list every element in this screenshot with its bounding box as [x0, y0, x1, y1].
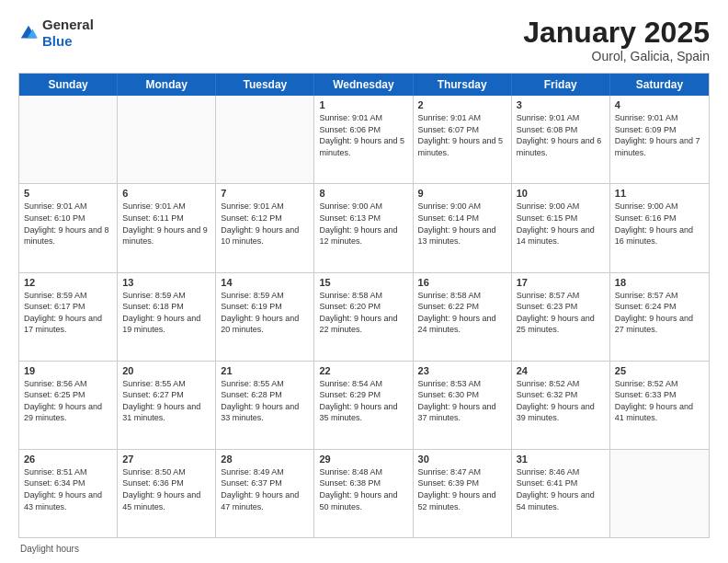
calendar-body: 1Sunrise: 9:01 AM Sunset: 6:06 PM Daylig…: [19, 96, 709, 537]
cell-info: Sunrise: 9:01 AM Sunset: 6:08 PM Dayligh…: [517, 112, 605, 158]
day-number: 5: [24, 188, 112, 199]
logo: General Blue: [18, 17, 94, 50]
cell-info: Sunrise: 8:52 AM Sunset: 6:32 PM Dayligh…: [517, 378, 605, 424]
weekday-header: Friday: [512, 74, 610, 96]
cell-info: Sunrise: 8:51 AM Sunset: 6:34 PM Dayligh…: [24, 466, 112, 512]
cell-info: Sunrise: 8:59 AM Sunset: 6:19 PM Dayligh…: [221, 290, 309, 336]
cell-info: Sunrise: 9:01 AM Sunset: 6:09 PM Dayligh…: [615, 112, 704, 158]
cell-info: Sunrise: 8:47 AM Sunset: 6:39 PM Dayligh…: [418, 466, 506, 512]
day-number: 8: [319, 188, 407, 199]
calendar-cell: 19Sunrise: 8:56 AM Sunset: 6:25 PM Dayli…: [19, 362, 118, 449]
cell-info: Sunrise: 9:01 AM Sunset: 6:07 PM Dayligh…: [418, 112, 506, 158]
calendar-cell: 16Sunrise: 8:58 AM Sunset: 6:22 PM Dayli…: [414, 273, 512, 361]
day-number: 26: [24, 454, 112, 465]
weekday-header: Tuesday: [216, 74, 314, 96]
calendar-cell: 4Sunrise: 9:01 AM Sunset: 6:09 PM Daylig…: [610, 96, 709, 183]
calendar-cell: 9Sunrise: 9:00 AM Sunset: 6:14 PM Daylig…: [414, 184, 512, 271]
day-number: 27: [122, 454, 210, 465]
day-number: 10: [517, 188, 605, 199]
calendar-cell: [216, 96, 314, 183]
calendar-cell: 27Sunrise: 8:50 AM Sunset: 6:36 PM Dayli…: [118, 450, 216, 537]
month-title: January 2025: [523, 17, 710, 49]
calendar-cell: 13Sunrise: 8:59 AM Sunset: 6:18 PM Dayli…: [118, 273, 216, 361]
day-number: 12: [24, 277, 112, 288]
day-number: 20: [122, 365, 210, 376]
calendar-row: 26Sunrise: 8:51 AM Sunset: 6:34 PM Dayli…: [19, 449, 709, 537]
calendar-cell: 22Sunrise: 8:54 AM Sunset: 6:29 PM Dayli…: [314, 362, 413, 449]
cell-info: Sunrise: 9:00 AM Sunset: 6:16 PM Dayligh…: [615, 201, 704, 247]
calendar-cell: 3Sunrise: 9:01 AM Sunset: 6:08 PM Daylig…: [512, 96, 610, 183]
calendar-row: 12Sunrise: 8:59 AM Sunset: 6:17 PM Dayli…: [19, 272, 709, 361]
logo-blue: Blue: [42, 33, 94, 50]
logo-general: General: [42, 17, 94, 33]
cell-info: Sunrise: 9:01 AM Sunset: 6:12 PM Dayligh…: [221, 201, 309, 247]
day-number: 13: [122, 277, 210, 288]
calendar-cell: 10Sunrise: 9:00 AM Sunset: 6:15 PM Dayli…: [512, 184, 610, 271]
cell-info: Sunrise: 9:00 AM Sunset: 6:14 PM Dayligh…: [418, 201, 506, 247]
calendar-cell: 21Sunrise: 8:55 AM Sunset: 6:28 PM Dayli…: [216, 362, 314, 449]
calendar-cell: 28Sunrise: 8:49 AM Sunset: 6:37 PM Dayli…: [216, 450, 314, 537]
calendar-cell: 6Sunrise: 9:01 AM Sunset: 6:11 PM Daylig…: [118, 184, 216, 271]
calendar-row: 1Sunrise: 9:01 AM Sunset: 6:06 PM Daylig…: [19, 96, 709, 183]
day-number: 28: [221, 454, 309, 465]
calendar-cell: 5Sunrise: 9:01 AM Sunset: 6:10 PM Daylig…: [19, 184, 118, 271]
calendar-cell: 30Sunrise: 8:47 AM Sunset: 6:39 PM Dayli…: [414, 450, 512, 537]
calendar-cell: [118, 96, 216, 183]
logo-icon: [18, 23, 39, 43]
cell-info: Sunrise: 8:55 AM Sunset: 6:27 PM Dayligh…: [122, 378, 210, 424]
title-block: January 2025 Ourol, Galicia, Spain: [523, 17, 710, 63]
calendar-cell: 26Sunrise: 8:51 AM Sunset: 6:34 PM Dayli…: [19, 450, 118, 537]
page: General Blue January 2025 Ourol, Galicia…: [0, 0, 728, 563]
calendar-cell: 1Sunrise: 9:01 AM Sunset: 6:06 PM Daylig…: [314, 96, 413, 183]
day-number: 22: [319, 365, 407, 376]
cell-info: Sunrise: 8:59 AM Sunset: 6:17 PM Dayligh…: [24, 290, 112, 336]
cell-info: Sunrise: 8:55 AM Sunset: 6:28 PM Dayligh…: [221, 378, 309, 424]
day-number: 16: [418, 277, 506, 288]
day-number: 24: [517, 365, 605, 376]
cell-info: Sunrise: 8:56 AM Sunset: 6:25 PM Dayligh…: [24, 378, 112, 424]
day-number: 19: [24, 365, 112, 376]
day-number: 17: [517, 277, 605, 288]
day-number: 9: [418, 188, 506, 199]
calendar-cell: [19, 96, 118, 183]
cell-info: Sunrise: 8:48 AM Sunset: 6:38 PM Dayligh…: [319, 466, 407, 512]
calendar-cell: 11Sunrise: 9:00 AM Sunset: 6:16 PM Dayli…: [610, 184, 709, 271]
cell-info: Sunrise: 8:49 AM Sunset: 6:37 PM Dayligh…: [221, 466, 309, 512]
weekday-header: Thursday: [414, 74, 512, 96]
weekday-header: Monday: [118, 74, 216, 96]
day-number: 7: [221, 188, 309, 199]
cell-info: Sunrise: 8:57 AM Sunset: 6:24 PM Dayligh…: [615, 290, 704, 336]
calendar-header: SundayMondayTuesdayWednesdayThursdayFrid…: [19, 74, 709, 96]
calendar-cell: 24Sunrise: 8:52 AM Sunset: 6:32 PM Dayli…: [512, 362, 610, 449]
footer-note: Daylight hours: [18, 544, 710, 554]
calendar-cell: 20Sunrise: 8:55 AM Sunset: 6:27 PM Dayli…: [118, 362, 216, 449]
weekday-header: Wednesday: [314, 74, 413, 96]
day-number: 30: [418, 454, 506, 465]
weekday-header: Saturday: [610, 74, 709, 96]
day-number: 11: [615, 188, 704, 199]
cell-info: Sunrise: 9:01 AM Sunset: 6:06 PM Dayligh…: [319, 112, 407, 158]
cell-info: Sunrise: 8:52 AM Sunset: 6:33 PM Dayligh…: [615, 378, 704, 424]
cell-info: Sunrise: 9:01 AM Sunset: 6:10 PM Dayligh…: [24, 201, 112, 247]
daylight-label: Daylight hours: [20, 544, 79, 554]
calendar-cell: 18Sunrise: 8:57 AM Sunset: 6:24 PM Dayli…: [610, 273, 709, 361]
day-number: 6: [122, 188, 210, 199]
weekday-header: Sunday: [19, 74, 118, 96]
calendar-row: 19Sunrise: 8:56 AM Sunset: 6:25 PM Dayli…: [19, 361, 709, 449]
calendar-cell: 7Sunrise: 9:01 AM Sunset: 6:12 PM Daylig…: [216, 184, 314, 271]
cell-info: Sunrise: 8:53 AM Sunset: 6:30 PM Dayligh…: [418, 378, 506, 424]
calendar: SundayMondayTuesdayWednesdayThursdayFrid…: [18, 73, 710, 538]
calendar-cell: [610, 450, 709, 537]
day-number: 1: [319, 99, 407, 110]
calendar-cell: 31Sunrise: 8:46 AM Sunset: 6:41 PM Dayli…: [512, 450, 610, 537]
day-number: 23: [418, 365, 506, 376]
cell-info: Sunrise: 8:54 AM Sunset: 6:29 PM Dayligh…: [319, 378, 407, 424]
day-number: 31: [517, 454, 605, 465]
day-number: 29: [319, 454, 407, 465]
cell-info: Sunrise: 8:58 AM Sunset: 6:22 PM Dayligh…: [418, 290, 506, 336]
cell-info: Sunrise: 8:59 AM Sunset: 6:18 PM Dayligh…: [122, 290, 210, 336]
calendar-cell: 2Sunrise: 9:01 AM Sunset: 6:07 PM Daylig…: [414, 96, 512, 183]
calendar-cell: 29Sunrise: 8:48 AM Sunset: 6:38 PM Dayli…: [314, 450, 413, 537]
day-number: 4: [615, 99, 704, 110]
calendar-cell: 25Sunrise: 8:52 AM Sunset: 6:33 PM Dayli…: [610, 362, 709, 449]
